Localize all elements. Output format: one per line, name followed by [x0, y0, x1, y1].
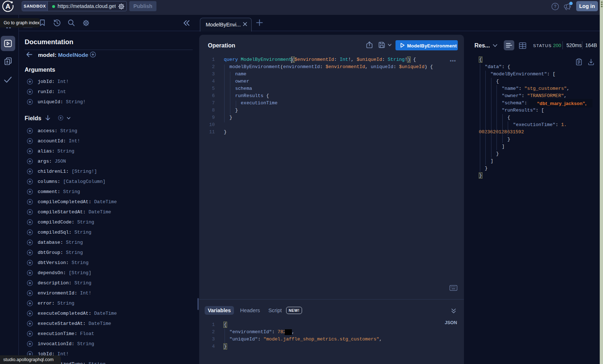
- svg-text:A: A: [5, 3, 11, 10]
- svg-text:?: ?: [554, 4, 556, 9]
